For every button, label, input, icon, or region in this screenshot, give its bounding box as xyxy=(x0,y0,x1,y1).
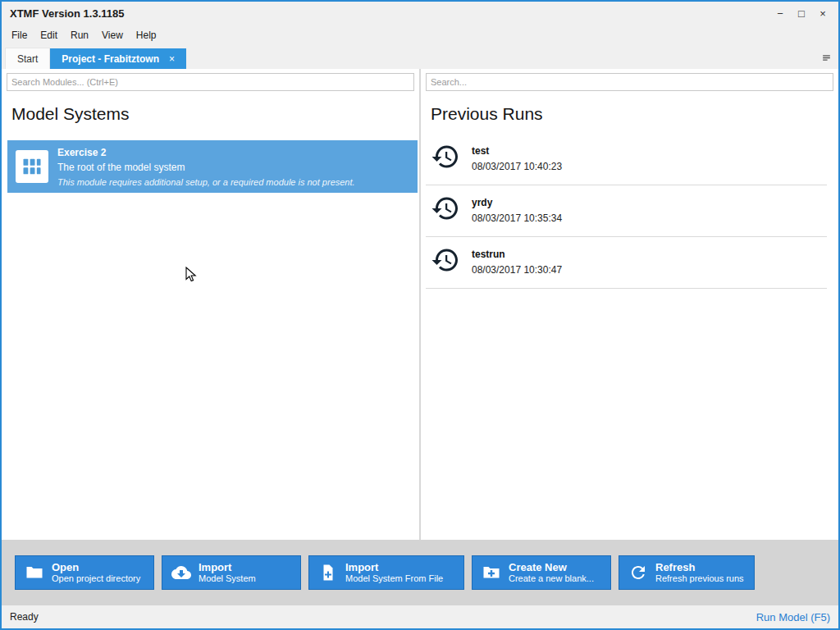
statusbar: Ready Run Model (F5) xyxy=(2,605,838,628)
folder-plus-icon xyxy=(482,563,501,582)
button-text: Open Open project directory xyxy=(52,561,140,585)
window-controls: − □ × xyxy=(769,3,838,23)
menubar: File Edit Run View Help xyxy=(2,25,838,46)
tabstrip: Start Project - Frabitztown × xyxy=(2,46,838,69)
menu-help[interactable]: Help xyxy=(130,27,163,43)
import-model-system-button[interactable]: Import Model System xyxy=(162,555,301,590)
tab-close-icon[interactable]: × xyxy=(169,54,175,64)
tab-project[interactable]: Project - Frabitztown × xyxy=(50,48,186,69)
import-from-file-button[interactable]: Import Model System From File xyxy=(308,555,464,590)
run-model-link[interactable]: Run Model (F5) xyxy=(756,611,830,623)
cloud-download-icon xyxy=(171,563,191,582)
run-item[interactable]: test 08/03/2017 10:40:23 xyxy=(426,134,827,185)
model-systems-panel: Model Systems Exer xyxy=(2,69,421,540)
runs-list: test 08/03/2017 10:40:23 yrdy 08/03/2017… xyxy=(426,134,827,289)
window-title: XTMF Version 1.3.1185 xyxy=(10,7,124,20)
tab-start[interactable]: Start xyxy=(5,48,50,69)
model-system-warning: This module requires additional setup, o… xyxy=(57,177,355,187)
history-icon xyxy=(431,245,460,278)
history-icon xyxy=(431,194,460,226)
module-grid-icon xyxy=(16,150,48,183)
refresh-runs-button[interactable]: Refresh Refresh previous runs xyxy=(619,555,755,590)
model-systems-title: Model Systems xyxy=(11,104,419,124)
run-timestamp: 08/03/2017 10:30:47 xyxy=(472,264,562,276)
runs-search-input[interactable] xyxy=(426,73,833,91)
file-plus-icon xyxy=(318,563,338,582)
run-text: testrun 08/03/2017 10:30:47 xyxy=(472,249,562,276)
app-window: XTMF Version 1.3.1185 − □ × File Edit Ru… xyxy=(0,0,840,630)
maximize-icon[interactable]: □ xyxy=(791,3,812,23)
button-subtitle: Model System xyxy=(199,573,256,584)
run-text: test 08/03/2017 10:40:23 xyxy=(472,145,562,172)
button-text: Import Model System From File xyxy=(345,561,443,585)
run-name: testrun xyxy=(472,249,562,260)
button-title: Refresh xyxy=(655,561,744,574)
refresh-icon xyxy=(628,563,648,582)
button-title: Import xyxy=(199,561,256,574)
minimize-icon[interactable]: − xyxy=(769,3,791,23)
tab-overflow-icon[interactable] xyxy=(821,52,832,66)
open-project-button[interactable]: Open Open project directory xyxy=(15,555,154,590)
button-text: Import Model System xyxy=(199,561,256,585)
tab-project-label: Project - Frabitztown xyxy=(62,53,159,65)
model-system-name: Exercise 2 xyxy=(57,147,355,158)
model-system-description: The root of the model system xyxy=(57,162,355,173)
button-text: Create New Create a new blank... xyxy=(509,561,594,585)
bottom-toolbar: Open Open project directory Import Model… xyxy=(2,540,838,605)
close-icon[interactable]: × xyxy=(812,3,833,23)
button-subtitle: Create a new blank... xyxy=(509,573,594,584)
run-text: yrdy 08/03/2017 10:35:34 xyxy=(472,197,562,224)
create-new-button[interactable]: Create New Create a new blank... xyxy=(472,555,611,590)
run-name: yrdy xyxy=(472,197,562,208)
model-system-item-exercise2[interactable]: Exercise 2 The root of the model system … xyxy=(7,140,418,193)
run-timestamp: 08/03/2017 10:40:23 xyxy=(472,161,562,172)
button-text: Refresh Refresh previous runs xyxy=(655,561,744,585)
button-subtitle: Open project directory xyxy=(52,573,140,584)
button-title: Create New xyxy=(509,561,594,574)
button-title: Open xyxy=(52,561,140,574)
run-timestamp: 08/03/2017 10:35:34 xyxy=(472,212,562,224)
button-subtitle: Model System From File xyxy=(345,573,443,584)
menu-view[interactable]: View xyxy=(95,27,130,43)
status-ready: Ready xyxy=(10,611,39,623)
model-system-item-text: Exercise 2 The root of the model system … xyxy=(57,147,355,187)
titlebar: XTMF Version 1.3.1185 − □ × xyxy=(2,2,838,25)
previous-runs-panel: Previous Runs test 08/03/2017 10:40:23 xyxy=(421,69,838,540)
main-area: Model Systems Exer xyxy=(2,69,838,540)
menu-edit[interactable]: Edit xyxy=(34,27,64,43)
menu-run[interactable]: Run xyxy=(64,27,95,43)
run-item[interactable]: testrun 08/03/2017 10:30:47 xyxy=(426,237,827,289)
menu-file[interactable]: File xyxy=(5,27,34,43)
run-item[interactable]: yrdy 08/03/2017 10:35:34 xyxy=(426,185,827,237)
previous-runs-title: Previous Runs xyxy=(431,104,838,124)
module-search-input[interactable] xyxy=(7,73,414,91)
history-icon xyxy=(431,142,460,175)
folder-icon xyxy=(25,563,44,582)
button-title: Import xyxy=(345,561,443,574)
button-subtitle: Refresh previous runs xyxy=(655,573,744,584)
tab-start-label: Start xyxy=(17,53,38,65)
run-name: test xyxy=(472,145,562,157)
